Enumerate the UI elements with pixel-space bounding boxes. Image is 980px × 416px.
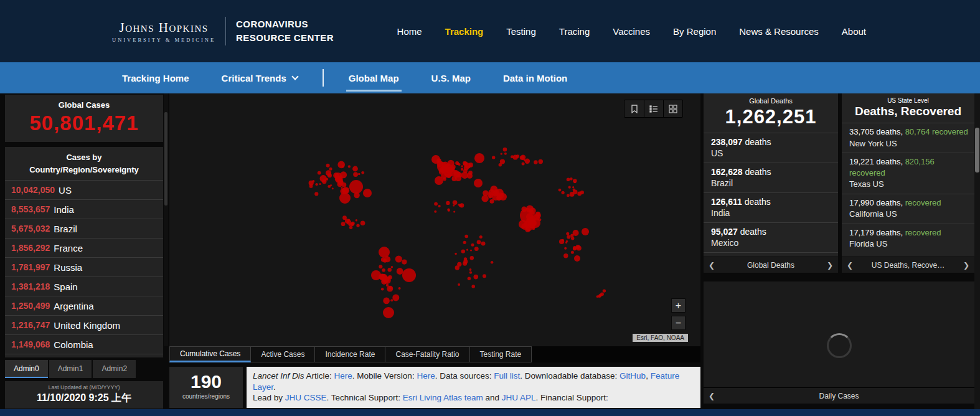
case-row-brazil[interactable]: 5,675,032Brazil bbox=[5, 219, 163, 238]
left-scrollbar[interactable] bbox=[164, 93, 168, 346]
nav-item-tracking[interactable]: Tracking bbox=[445, 26, 484, 37]
credits-text: Lancet Inf Dis Article: Here. Mobile Ver… bbox=[247, 367, 700, 408]
subnav-item-u-s-map[interactable]: U.S. Map bbox=[415, 62, 487, 93]
death-row-united-kingdom[interactable]: 49,329 deathsUnited Kingdom bbox=[704, 252, 838, 257]
case-row-argentina[interactable]: 1,250,499Argentina bbox=[5, 296, 163, 315]
credits-link-here[interactable]: Here bbox=[334, 371, 352, 381]
case-row-india[interactable]: 8,553,657India bbox=[5, 199, 163, 219]
subnav-divider bbox=[323, 69, 324, 87]
case-row-russia[interactable]: 1,781,997Russia bbox=[5, 257, 163, 277]
case-country-label: Colombia bbox=[54, 339, 93, 350]
case-country-label: France bbox=[54, 243, 83, 253]
daily-cases-carousel-label: Daily Cases bbox=[720, 392, 958, 400]
world-map[interactable]: + − Esri, FAO, NOAA bbox=[169, 93, 700, 346]
tab-testing-rate[interactable]: Testing Rate bbox=[470, 346, 532, 362]
logo[interactable]: Johns Hopkins UNIVERSITY & MEDICINE CORO… bbox=[112, 17, 334, 45]
nav-item-vaccines[interactable]: Vaccines bbox=[613, 26, 650, 37]
subnav-item-tracking-home[interactable]: Tracking Home bbox=[106, 62, 205, 93]
zoom-in-button[interactable]: + bbox=[671, 298, 686, 313]
zoom-out-button[interactable]: − bbox=[671, 316, 686, 330]
case-row-mexico[interactable]: 972,785Mexico bbox=[5, 354, 163, 357]
subnav-item-label: Data in Motion bbox=[503, 73, 567, 83]
case-country-label: India bbox=[54, 204, 74, 215]
death-count: 126,611 bbox=[711, 197, 742, 207]
nav-item-about[interactable]: About bbox=[842, 26, 866, 37]
site-header: Johns Hopkins UNIVERSITY & MEDICINE CORO… bbox=[0, 0, 980, 62]
bookmark-icon[interactable] bbox=[624, 100, 644, 117]
case-row-colombia[interactable]: 1,149,068Colombia bbox=[5, 334, 163, 354]
subnav-item-critical-trends[interactable]: Critical Trends bbox=[205, 62, 314, 93]
us-row-florida-us[interactable]: 17,179 deaths, recoveredFlorida US bbox=[842, 224, 974, 253]
us-row-new-york-us[interactable]: 33,705 deaths, 80,764 recoveredNew York … bbox=[842, 123, 974, 153]
case-row-us[interactable]: 10,042,050US bbox=[5, 180, 163, 199]
carousel-right-arrow[interactable]: ❯ bbox=[958, 261, 974, 270]
right-scrollbar[interactable] bbox=[974, 93, 980, 409]
cases-by-country-panel: Cases by Country/Region/Sovereignty 10,0… bbox=[5, 147, 163, 357]
us-recovered-count: 80,764 recovered bbox=[905, 127, 968, 136]
tab-incidence-rate[interactable]: Incidence Rate bbox=[315, 346, 385, 362]
case-row-united-kingdom[interactable]: 1,216,747United Kingdom bbox=[5, 315, 163, 334]
case-count: 1,149,068 bbox=[11, 339, 50, 349]
tab-admin2[interactable]: Admin2 bbox=[93, 360, 136, 378]
credits-link-jhu-csse[interactable]: JHU CSSE bbox=[285, 393, 327, 402]
nav-item-testing[interactable]: Testing bbox=[506, 26, 536, 37]
subnav-item-label: Critical Trends bbox=[222, 73, 286, 83]
case-count: 8,553,657 bbox=[11, 204, 50, 214]
death-count-line: 126,611 deaths bbox=[711, 197, 838, 207]
credits-segment: Article: bbox=[304, 371, 334, 381]
tab-cumulative-cases[interactable]: Cumulative Cases bbox=[169, 346, 251, 362]
subnav-item-global-map[interactable]: Global Map bbox=[332, 62, 415, 93]
right-scrollbar-thumb[interactable] bbox=[975, 128, 979, 173]
credits-segment: , bbox=[646, 371, 651, 381]
death-row-india[interactable]: 126,611 deathsIndia bbox=[704, 192, 838, 222]
credits-link-esri-living-atlas-team[interactable]: Esri Living Atlas team bbox=[403, 393, 483, 402]
carousel-left-arrow[interactable]: ❮ bbox=[704, 392, 720, 400]
case-row-france[interactable]: 1,856,292France bbox=[5, 238, 163, 257]
carousel-left-arrow[interactable]: ❮ bbox=[842, 261, 858, 270]
cases-rows: 10,042,050US8,553,657India5,675,032Brazi… bbox=[5, 180, 163, 357]
nav-item-tracing[interactable]: Tracing bbox=[559, 26, 590, 37]
nav-item-home[interactable]: Home bbox=[397, 26, 422, 37]
legend-icon[interactable] bbox=[644, 100, 663, 117]
basemap-grid-icon[interactable] bbox=[663, 100, 682, 117]
daily-cases-panel bbox=[704, 281, 974, 404]
subnav-items: Tracking HomeCritical TrendsGlobal MapU.… bbox=[106, 62, 980, 93]
carousel-right-arrow[interactable]: ❯ bbox=[822, 261, 838, 270]
credits-link-github[interactable]: GitHub bbox=[620, 371, 646, 381]
tab-active-cases[interactable]: Active Cases bbox=[251, 346, 315, 362]
nav-item-by-region[interactable]: By Region bbox=[673, 26, 716, 37]
tab-case-fatality-ratio[interactable]: Case-Fatality Ratio bbox=[385, 346, 469, 362]
subnav-item-label: Global Map bbox=[349, 73, 399, 83]
death-country-label: US bbox=[711, 148, 838, 159]
global-cases-title: Global Cases bbox=[5, 95, 163, 110]
admin-tabs: Admin0Admin1Admin2 bbox=[5, 360, 163, 378]
jhu-logo: Johns Hopkins UNIVERSITY & MEDICINE bbox=[112, 20, 215, 43]
credits-link-here[interactable]: Here bbox=[417, 371, 435, 381]
us-deaths-count: 33,705 deaths, bbox=[849, 127, 905, 136]
tab-admin1[interactable]: Admin1 bbox=[49, 360, 92, 378]
credits-link-full-list[interactable]: Full list bbox=[494, 371, 520, 381]
global-deaths-carousel-label: Global Deaths bbox=[720, 261, 822, 270]
loading-spinner bbox=[827, 333, 852, 358]
countries-count-label: countries/regions bbox=[169, 393, 243, 400]
us-panel-title: Deaths, Recovered bbox=[842, 104, 974, 123]
subnav-item-data-in-motion[interactable]: Data in Motion bbox=[487, 62, 583, 93]
us-row-texas-us[interactable]: 19,221 deaths, 820,156 recoveredTexas US bbox=[842, 153, 974, 194]
carousel-left-arrow[interactable]: ❮ bbox=[704, 261, 720, 270]
nav-item-news-resources[interactable]: News & Resources bbox=[739, 26, 819, 37]
death-row-mexico[interactable]: 95,027 deathsMexico bbox=[704, 222, 838, 252]
death-row-us[interactable]: 238,097 deathsUS bbox=[704, 133, 838, 163]
us-deaths-recovered-panel: US State Level Deaths, Recovered 33,705 … bbox=[842, 93, 974, 257]
us-row-california-us[interactable]: 17,990 deaths, recoveredCalifornia US bbox=[842, 194, 974, 224]
credits-segment: Lancet Inf Dis bbox=[253, 371, 304, 381]
us-deaths-count: 17,179 deaths, bbox=[849, 228, 905, 237]
last-updated-value: 11/10/2020 9:25 上午 bbox=[5, 392, 163, 405]
map-attribution: Esri, FAO, NOAA bbox=[633, 334, 688, 342]
left-scrollbar-thumb[interactable] bbox=[164, 112, 167, 206]
case-row-spain[interactable]: 1,381,218Spain bbox=[5, 277, 163, 296]
credits-link-jhu-apl[interactable]: JHU APL bbox=[502, 393, 536, 402]
tab-admin0[interactable]: Admin0 bbox=[5, 360, 48, 378]
credits-segment: . Data sources: bbox=[435, 371, 494, 381]
death-count: 95,027 bbox=[711, 227, 738, 237]
death-row-brazil[interactable]: 162,628 deathsBrazil bbox=[704, 163, 838, 192]
